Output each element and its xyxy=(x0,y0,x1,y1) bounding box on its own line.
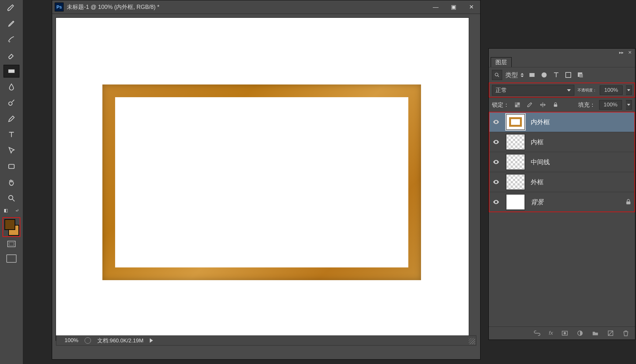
layer-name[interactable]: 背景 xyxy=(531,198,619,206)
chevron-down-icon xyxy=(567,89,571,91)
foreground-color[interactable] xyxy=(4,219,15,230)
lock-paint-icon[interactable] xyxy=(526,100,535,109)
hand-tool[interactable] xyxy=(3,176,19,189)
layer-thumbnail[interactable] xyxy=(506,134,525,150)
layer-name[interactable]: 内外框 xyxy=(531,118,632,126)
minimize-button[interactable]: — xyxy=(427,0,445,14)
resize-grip[interactable] xyxy=(469,338,475,344)
layer-name[interactable]: 外框 xyxy=(531,178,632,186)
link-layers-icon[interactable] xyxy=(534,330,541,337)
status-menu-arrow[interactable] xyxy=(150,338,153,343)
filter-shape-icon[interactable] xyxy=(564,71,572,79)
svg-rect-5 xyxy=(529,73,535,77)
canvas[interactable] xyxy=(56,18,469,340)
collapse-icon[interactable]: ▸▸ xyxy=(619,50,624,55)
blend-mode-select[interactable]: 正常 xyxy=(492,85,574,96)
fill-stepper[interactable] xyxy=(626,100,632,110)
type-tool[interactable] xyxy=(3,128,19,141)
app-root: ◧⤾ Ps 未标题-1 @ 100% (内外框, RGB/8) * — ▣ ✕ xyxy=(0,0,636,364)
panel-flyout-bar: ▸▸ ✕ xyxy=(489,49,635,56)
opacity-stepper[interactable] xyxy=(626,85,632,95)
svg-rect-2 xyxy=(9,165,14,169)
document-size: 文档:960.0K/2.19M xyxy=(97,337,143,344)
layer-filter-row: 类型 xyxy=(489,67,635,83)
lock-transparent-icon[interactable] xyxy=(513,100,522,109)
svg-point-3 xyxy=(9,195,13,199)
status-icon[interactable] xyxy=(85,337,91,344)
fill-value[interactable]: 100% xyxy=(599,100,622,110)
color-replace-tool[interactable] xyxy=(3,33,19,46)
status-bar: 100% 文档:960.0K/2.19M xyxy=(56,335,476,346)
svg-rect-14 xyxy=(626,201,631,204)
layer-row[interactable]: 背景 xyxy=(489,192,635,212)
layer-fx-icon[interactable]: fx xyxy=(549,330,553,336)
layers-panel: ▸▸ ✕ 图层 类型 xyxy=(488,48,635,340)
adjustment-layer-icon[interactable] xyxy=(577,330,584,337)
layer-row[interactable]: 内框 xyxy=(489,132,635,152)
color-swatches[interactable] xyxy=(4,219,19,236)
layer-thumbnail[interactable] xyxy=(506,174,525,190)
visibility-toggle[interactable] xyxy=(492,118,500,125)
blur-tool[interactable] xyxy=(3,81,19,93)
lock-position-icon[interactable] xyxy=(538,100,547,109)
layers-list: 内外框 内框 中间线 外框 xyxy=(489,112,635,212)
lock-all-icon[interactable] xyxy=(551,100,560,109)
tab-layers[interactable]: 图层 xyxy=(491,57,512,67)
opacity-value[interactable]: 100% xyxy=(600,85,623,95)
svg-rect-0 xyxy=(8,70,15,73)
filter-search-icon[interactable] xyxy=(492,70,502,80)
path-select-tool[interactable] xyxy=(3,144,19,157)
svg-rect-13 xyxy=(554,104,557,107)
layer-row[interactable]: 中间线 xyxy=(489,152,635,172)
layer-row[interactable]: 内外框 xyxy=(489,112,635,132)
svg-rect-9 xyxy=(579,74,583,78)
layer-row[interactable]: 外框 xyxy=(489,172,635,192)
zoom-level[interactable]: 100% xyxy=(65,337,78,344)
canvas-area[interactable]: 100% 文档:960.0K/2.19M xyxy=(52,14,480,347)
document-window: Ps 未标题-1 @ 100% (内外框, RGB/8) * — ▣ ✕ 100… xyxy=(52,0,480,360)
document-titlebar[interactable]: Ps 未标题-1 @ 100% (内外框, RGB/8) * — ▣ ✕ xyxy=(52,0,480,14)
layer-thumbnail[interactable] xyxy=(506,114,525,130)
lock-fill-row: 锁定： 填充： 100% xyxy=(489,98,635,112)
filter-kind-select[interactable]: 类型 xyxy=(505,71,524,79)
layer-mask-icon[interactable] xyxy=(561,330,568,337)
layer-name[interactable]: 中间线 xyxy=(531,158,632,166)
panel-close-icon[interactable]: ✕ xyxy=(628,50,632,55)
filter-smart-icon[interactable] xyxy=(577,71,584,79)
gradient-tool[interactable] xyxy=(3,65,19,78)
workspace: Ps 未标题-1 @ 100% (内外框, RGB/8) * — ▣ ✕ 100… xyxy=(23,0,488,364)
fill-label: 填充： xyxy=(578,101,595,109)
pencil-tool[interactable] xyxy=(3,17,19,30)
dodge-tool[interactable] xyxy=(3,97,19,109)
quick-mask-toggle[interactable] xyxy=(4,239,19,249)
brush-tool[interactable] xyxy=(3,1,19,14)
visibility-toggle[interactable] xyxy=(492,138,500,145)
filter-adjust-icon[interactable] xyxy=(540,71,548,79)
layer-thumbnail[interactable] xyxy=(506,194,525,210)
visibility-toggle[interactable] xyxy=(492,199,500,206)
new-layer-icon[interactable] xyxy=(607,330,614,337)
group-icon[interactable] xyxy=(592,330,599,337)
pen-tool[interactable] xyxy=(3,112,19,125)
visibility-toggle[interactable] xyxy=(492,158,500,165)
svg-point-4 xyxy=(495,73,498,76)
rectangle-tool[interactable] xyxy=(3,160,19,173)
screen-mode-toggle[interactable] xyxy=(3,252,19,265)
filter-pixel-icon[interactable] xyxy=(528,71,536,79)
svg-point-16 xyxy=(563,332,566,334)
layer-name[interactable]: 内框 xyxy=(531,138,632,146)
maximize-button[interactable]: ▣ xyxy=(445,0,462,14)
zoom-tool[interactable] xyxy=(3,192,19,205)
eraser-tool[interactable] xyxy=(3,49,19,62)
svg-point-1 xyxy=(9,102,12,105)
svg-rect-7 xyxy=(566,72,571,78)
default-swap-colors[interactable]: ◧⤾ xyxy=(4,208,19,214)
layer-thumbnail[interactable] xyxy=(506,154,525,170)
tools-column: ◧⤾ xyxy=(0,0,23,364)
ps-icon: Ps xyxy=(55,3,64,11)
close-button[interactable]: ✕ xyxy=(462,0,480,14)
filter-type-icon[interactable] xyxy=(552,71,560,79)
visibility-toggle[interactable] xyxy=(492,179,500,185)
delete-layer-icon[interactable] xyxy=(622,330,629,337)
panel-tabs: 图层 xyxy=(489,56,635,67)
